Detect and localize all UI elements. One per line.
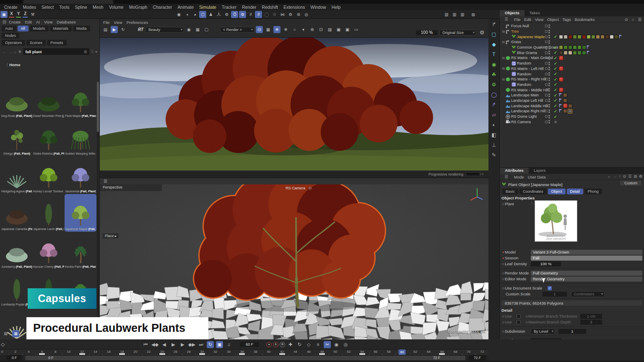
render-mode-select[interactable]: Full Geometry: [531, 271, 642, 276]
menu-help[interactable]: Help: [332, 5, 341, 10]
material-tag[interactable]: [573, 45, 577, 49]
workplane-icon[interactable]: ◯: [263, 11, 270, 18]
render-settings-icon[interactable]: ▥: [459, 11, 466, 18]
visibility-toggles[interactable]: [545, 62, 550, 65]
menu-select[interactable]: Select: [42, 5, 54, 10]
filter-tab-models[interactable]: Models: [30, 26, 49, 31]
enabled-check[interactable]: ✓: [553, 50, 558, 55]
object-row-rs-matrix-main-ground[interactable]: ⊟RS Matrix - Main Ground✓: [500, 55, 644, 61]
object-row-random[interactable]: Random✓: [500, 61, 644, 66]
compare-circle-icon[interactable]: ○: [291, 26, 298, 33]
season-select[interactable]: Fall: [531, 256, 642, 261]
rgb-channel-icon[interactable]: ◉: [185, 26, 192, 33]
record-scale-icon[interactable]: ◇: [305, 341, 312, 348]
ik-icon[interactable]: 人: [215, 11, 222, 18]
sound-icon[interactable]: ♫: [225, 341, 232, 348]
back-icon[interactable]: ←: [2, 49, 6, 54]
menu-redshift[interactable]: Redshift: [262, 5, 278, 10]
object-row-focus-null[interactable]: Focus Null: [500, 23, 644, 29]
document-icon[interactable]: ▣: [216, 341, 223, 348]
asset-item-honey-locust-sunbur-[interactable]: Honey Locust 'Sunbur...: [33, 156, 65, 194]
object-row-grass[interactable]: ⊟Grass: [500, 39, 644, 45]
record-rotation-icon[interactable]: ↻: [296, 341, 303, 348]
tweak-icon[interactable]: ⊜: [295, 11, 302, 18]
phong-tag[interactable]: [619, 34, 623, 39]
autokey-ring-icon[interactable]: ◎: [303, 11, 310, 18]
phong-tag[interactable]: [559, 109, 563, 114]
visibility-toggles[interactable]: [545, 56, 550, 60]
visibility-toggles[interactable]: [545, 72, 550, 76]
material-tag[interactable]: [577, 45, 582, 49]
enabled-check[interactable]: ✓: [553, 66, 558, 71]
asset-menu-databases[interactable]: Databases: [57, 20, 75, 24]
section-tab-object[interactable]: Object: [548, 189, 566, 194]
visibility-toggles[interactable]: [545, 67, 550, 70]
enabled-check[interactable]: ✓: [553, 34, 558, 39]
material-tag[interactable]: [568, 51, 572, 55]
axis-x-button[interactable]: X: [9, 11, 14, 18]
keyframe-a-icon[interactable]: ◉: [333, 341, 340, 348]
viewport-menu-icon[interactable]: ☰: [102, 178, 109, 185]
target-null-icon[interactable]: ↱: [491, 101, 498, 108]
object-row-rs-matrix-right-hill[interactable]: ⊟RS Matrix - Right Hill✓: [500, 77, 644, 82]
image-icon[interactable]: ▣: [335, 26, 342, 33]
om-menu-bookmarks[interactable]: Bookmarks: [575, 17, 595, 22]
asset-item-dog-rose[interactable]: Dog-Rose (Fall, Plant): [1, 81, 33, 119]
asset-menu-view[interactable]: View: [44, 20, 52, 24]
plant-preview-image[interactable]: Japanese Maple (Acer palmatum): [535, 200, 577, 242]
material-tag[interactable]: [563, 98, 567, 103]
deformer-icon[interactable]: ▱: [491, 111, 498, 118]
add-icon[interactable]: ✚: [18, 49, 21, 54]
material-tag[interactable]: [568, 45, 572, 49]
object-row-rs-camera[interactable]: RS Camera⊹: [500, 119, 644, 124]
range-slider[interactable]: 0 F 72 F: [25, 356, 465, 360]
place-tool-chip[interactable]: Place ▸: [103, 233, 119, 238]
material-tag[interactable]: [564, 35, 568, 39]
material-tag[interactable]: [582, 35, 586, 39]
magnet-icon[interactable]: Ʊ: [231, 11, 238, 18]
pass-select[interactable]: Beauty: [145, 27, 184, 33]
forward-icon[interactable]: →: [8, 49, 12, 54]
rv-menu-view[interactable]: View: [114, 20, 122, 25]
redshift-tag[interactable]: [559, 77, 564, 82]
menu-render[interactable]: Render: [242, 5, 256, 10]
expand-toggle[interactable]: ⊟: [501, 30, 505, 34]
phong-tag[interactable]: [559, 103, 563, 109]
database-icon[interactable]: ⌺: [91, 49, 93, 54]
enabled-check[interactable]: ✓: [553, 93, 558, 98]
object-row-landscape-right-hill[interactable]: Landscape Right Hill✓⊘: [500, 109, 644, 114]
om-filter-icon[interactable]: ☰: [638, 17, 641, 22]
loop-icon[interactable]: ↻: [207, 341, 214, 348]
use-max-branch-checkbox[interactable]: [517, 320, 521, 324]
keyframe-b-icon[interactable]: ◎: [342, 341, 349, 348]
add-null-icon[interactable]: ↱: [491, 21, 498, 28]
section-tab-coordinates[interactable]: Coordinates: [519, 189, 547, 194]
material-tag[interactable]: [596, 35, 600, 39]
zoom-region-icon[interactable]: ⊡: [317, 26, 325, 33]
lock-icon[interactable]: ⊟: [256, 26, 263, 33]
editor-mode-select[interactable]: Render Geometry: [531, 277, 642, 282]
perspective-viewport[interactable]: ☰ Perspective RS Camera ⊙ Place ▸ Grid S…: [100, 178, 488, 339]
mode-menu[interactable]: Mode: [514, 175, 524, 179]
asset-menu-ai[interactable]: AI: [36, 20, 40, 24]
menu-create[interactable]: Create: [4, 5, 18, 10]
filter-tab-nodes[interactable]: Nodes: [2, 33, 19, 39]
record-params-icon[interactable]: ≡: [314, 341, 322, 348]
material-tag[interactable]: [587, 35, 591, 39]
rt-label[interactable]: RT: [137, 26, 144, 33]
view-list-icon[interactable]: ▤: [2, 330, 9, 337]
crop-icon[interactable]: ▢: [203, 26, 210, 33]
ik-settings-icon[interactable]: ⚙: [223, 11, 230, 18]
object-row-random[interactable]: Random✓: [500, 71, 644, 77]
userdata-menu[interactable]: User Data: [528, 175, 546, 179]
stage-icon[interactable]: ⊥: [491, 141, 498, 148]
expand-toggle[interactable]: ⊟: [501, 78, 505, 81]
picture-viewer-icon[interactable]: ▭: [353, 26, 360, 33]
asset-menu-create[interactable]: Create: [9, 20, 21, 24]
clear-search-icon[interactable]: ⊗: [84, 49, 87, 54]
object-row-random[interactable]: Random✓: [500, 82, 644, 88]
material-tag[interactable]: [564, 45, 568, 49]
material-tag[interactable]: [610, 35, 614, 39]
menu-animate[interactable]: Animate: [178, 5, 194, 10]
image-add-icon[interactable]: ▣: [344, 26, 351, 33]
